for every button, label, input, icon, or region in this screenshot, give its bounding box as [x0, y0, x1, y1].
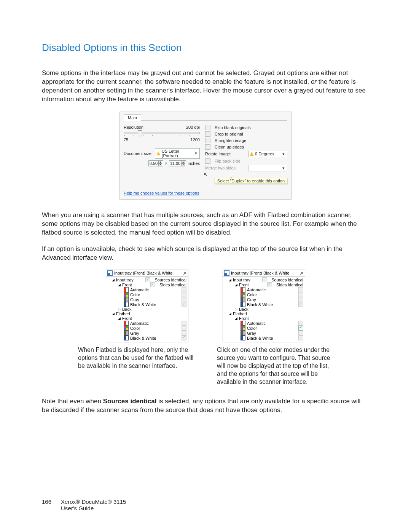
checkbox-straighten[interactable] [205, 138, 210, 143]
expand-icon[interactable]: ◢ [112, 278, 115, 282]
expand-icon[interactable]: ◢ [234, 316, 237, 320]
expand-icon[interactable]: ▷ [118, 307, 121, 311]
document-icon [224, 270, 229, 276]
checkbox[interactable] [182, 335, 186, 340]
mode-color[interactable]: Color [247, 292, 257, 297]
checkbox-sides-identical[interactable] [150, 282, 155, 287]
checkbox[interactable] [298, 292, 303, 297]
caption-right: Click on one of the color modes under th… [217, 346, 333, 386]
expand-icon[interactable]: ◢ [118, 316, 121, 320]
mode-gray[interactable]: Gray [130, 297, 139, 302]
pin-icon[interactable] [182, 270, 188, 276]
checkbox[interactable] [298, 302, 303, 307]
checkbox[interactable] [182, 302, 186, 307]
label-skip-blank: Skip blank originals [215, 125, 251, 130]
expand-icon[interactable]: ◢ [118, 283, 121, 287]
checkbox[interactable] [298, 331, 303, 335]
chevron-down-icon: ▾ [281, 166, 286, 171]
mode-icon-bw [124, 302, 129, 307]
checkbox-flip-back [205, 158, 210, 164]
screenshot-main-panel: Main Resolution: 200 dpi 75 1200 Documen [119, 112, 292, 200]
checkbox[interactable] [182, 321, 186, 326]
mode-icon-automatic [241, 321, 245, 326]
mode-bw[interactable]: Black & White [247, 336, 273, 340]
node-back[interactable]: Back [239, 307, 248, 312]
node-front[interactable]: Front [239, 316, 249, 321]
mode-automatic[interactable]: Automatic [247, 288, 266, 292]
expand-icon[interactable]: ◢ [234, 283, 237, 287]
mode-bw[interactable]: Black & White [130, 302, 156, 307]
checkbox-skip-blank[interactable] [205, 125, 210, 130]
mode-gray[interactable]: Gray [130, 331, 139, 335]
mode-icon-gray [124, 331, 129, 335]
footer-line1: Xerox® DocuMate® 3115 [61, 498, 126, 505]
tab-main[interactable]: Main [124, 114, 141, 121]
label-crop: Crop to original [215, 132, 243, 136]
checkbox[interactable] [182, 292, 186, 297]
para4-a: Note that even when [42, 398, 103, 405]
node-input-tray[interactable]: Input tray [116, 278, 134, 282]
para1-a: Some options in the interface may be gra… [42, 69, 348, 85]
help-link[interactable]: Help me choose values for these options [124, 191, 199, 195]
mode-automatic[interactable]: Automatic [247, 321, 266, 326]
checkbox-sources-identical[interactable] [262, 277, 267, 282]
checkbox[interactable] [298, 335, 303, 340]
checkbox[interactable] [298, 326, 303, 331]
checkbox-sources-identical[interactable] [145, 277, 150, 282]
mode-icon-color [241, 326, 245, 331]
mode-icon-automatic [124, 321, 129, 326]
page-footer: 166 Xerox® DocuMate® 3115 User's Guide [42, 498, 369, 511]
label-merge: Merge two sides: [205, 166, 237, 170]
expand-icon[interactable]: ◢ [228, 278, 231, 282]
mode-bw[interactable]: Black & White [130, 336, 156, 340]
mode-color[interactable]: Color [247, 326, 257, 331]
mode-gray[interactable]: Gray [247, 297, 256, 302]
mode-automatic[interactable]: Automatic [130, 321, 149, 326]
slider-max: 1200 [191, 137, 200, 142]
checkbox-crop[interactable] [205, 131, 210, 137]
checkbox[interactable] [182, 326, 186, 331]
expand-icon[interactable]: ◢ [112, 312, 115, 316]
para1-or: or [311, 78, 317, 85]
rotate-label: Rotate image: [205, 152, 231, 156]
expand-icon[interactable]: ◢ [228, 312, 231, 316]
paragraph-3: If an option is unavailable, check to se… [42, 245, 369, 262]
paragraph-2: When you are using a scanner that has mu… [42, 211, 369, 237]
resolution-slider[interactable]: 75 1200 [124, 132, 200, 142]
doc-size-dropdown[interactable]: US Letter (Portrait) ▾ [155, 148, 200, 159]
para4-bold: Sources identical [103, 398, 157, 405]
mode-automatic[interactable]: Automatic [130, 288, 149, 292]
node-front[interactable]: Front [122, 316, 132, 321]
node-flatbed[interactable]: Flatbed [233, 312, 247, 316]
times-symbol: × [165, 161, 167, 166]
checkbox[interactable] [298, 287, 303, 292]
mode-gray[interactable]: Gray [247, 331, 256, 335]
node-input-tray[interactable]: Input tray [233, 278, 250, 282]
mode-icon-automatic [124, 287, 129, 292]
rotate-value: 0 Degrees [255, 152, 280, 156]
checkbox-clean-edges[interactable] [205, 144, 210, 150]
height-input[interactable]: 11.00 ▲▼ [169, 160, 186, 166]
width-input[interactable]: 8.50 ▲▼ [148, 160, 163, 166]
checkbox-sides-identical[interactable] [267, 282, 272, 287]
label-clean-edges: Clean up edges [215, 145, 244, 149]
node-back[interactable]: Back [122, 307, 131, 312]
rotate-dropdown[interactable]: 0 Degrees ▾ [248, 151, 287, 157]
merge-dropdown: ▾ [248, 165, 287, 171]
label-straighten: Straighten image [215, 138, 246, 143]
node-front[interactable]: Front [122, 283, 132, 287]
checkbox[interactable] [182, 287, 186, 292]
mode-bw[interactable]: Black & White [247, 302, 273, 307]
node-front[interactable]: Front [239, 283, 249, 287]
expand-icon[interactable]: ▷ [234, 307, 237, 311]
mode-icon-gray [124, 297, 129, 302]
mode-icon-color [124, 326, 129, 331]
cursor-icon: ↖ [204, 172, 208, 177]
mode-color[interactable]: Color [130, 292, 140, 297]
section-heading: Disabled Options in this Section [42, 42, 369, 54]
mode-icon-gray [241, 297, 245, 302]
pin-icon[interactable] [298, 270, 304, 276]
mode-color[interactable]: Color [130, 326, 140, 331]
node-flatbed[interactable]: Flatbed [116, 312, 130, 316]
warning-icon [250, 152, 254, 156]
